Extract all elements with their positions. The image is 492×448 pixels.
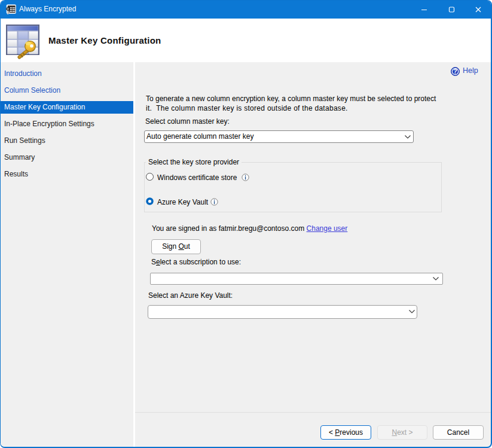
svg-text:?: ?: [453, 68, 457, 75]
